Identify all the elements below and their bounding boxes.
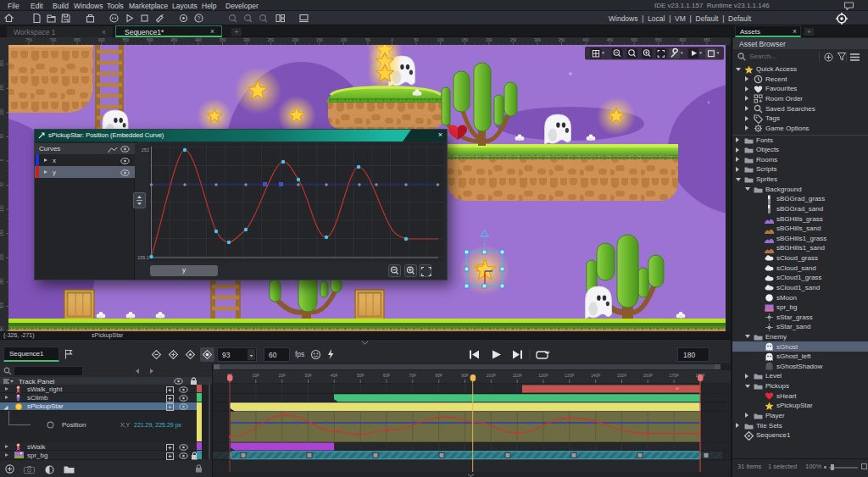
svg-text:600: 600 bbox=[680, 38, 687, 42]
svg-text:350: 350 bbox=[559, 38, 565, 42]
svg-text:250: 250 bbox=[510, 38, 517, 42]
svg-text:70F: 70F bbox=[409, 373, 416, 378]
svg-text:150: 150 bbox=[461, 38, 468, 42]
svg-text:750: 750 bbox=[25, 38, 32, 42]
svg-text:450: 450 bbox=[607, 38, 614, 42]
svg-text:350: 350 bbox=[220, 38, 226, 42]
svg-text:250: 250 bbox=[0, 278, 4, 285]
svg-text:200: 200 bbox=[0, 59, 4, 66]
svg-text:50: 50 bbox=[0, 182, 4, 187]
svg-text:60F: 60F bbox=[383, 373, 391, 378]
svg-text:100: 100 bbox=[437, 38, 444, 42]
svg-text:100F: 100F bbox=[487, 373, 496, 378]
svg-text:100: 100 bbox=[0, 108, 4, 115]
svg-text:700: 700 bbox=[50, 38, 57, 42]
svg-text:252: 252 bbox=[142, 147, 149, 153]
svg-text:130F: 130F bbox=[565, 373, 574, 378]
svg-text:250: 250 bbox=[268, 38, 275, 42]
svg-text:?: ? bbox=[198, 15, 201, 21]
svg-text:150F: 150F bbox=[617, 373, 626, 378]
svg-text:120F: 120F bbox=[538, 373, 548, 378]
svg-text:20F: 20F bbox=[278, 373, 286, 378]
svg-text:600: 600 bbox=[98, 38, 105, 42]
svg-text:200: 200 bbox=[0, 253, 4, 260]
svg-text:650: 650 bbox=[704, 38, 710, 42]
svg-text:200: 200 bbox=[486, 38, 492, 42]
svg-text:500: 500 bbox=[147, 38, 153, 42]
svg-text:150: 150 bbox=[316, 38, 323, 42]
svg-text:100: 100 bbox=[341, 38, 348, 42]
svg-text:170F: 170F bbox=[669, 373, 678, 378]
svg-text:160F: 160F bbox=[643, 373, 653, 378]
svg-text:30F: 30F bbox=[304, 373, 312, 378]
svg-text:140F: 140F bbox=[591, 373, 600, 378]
svg-text:550: 550 bbox=[655, 38, 662, 42]
svg-text:300: 300 bbox=[534, 38, 541, 42]
svg-text:450: 450 bbox=[171, 38, 178, 42]
svg-text:150: 150 bbox=[0, 229, 4, 236]
svg-text:550: 550 bbox=[122, 38, 129, 42]
svg-text:200: 200 bbox=[292, 38, 298, 42]
svg-text:50: 50 bbox=[0, 133, 4, 138]
svg-text:50: 50 bbox=[365, 38, 370, 42]
svg-text:50: 50 bbox=[415, 38, 420, 42]
svg-text:50F: 50F bbox=[357, 373, 364, 378]
svg-text:110F: 110F bbox=[513, 373, 522, 378]
svg-text:650: 650 bbox=[74, 38, 81, 42]
svg-text:80F: 80F bbox=[435, 373, 442, 378]
svg-text:10F: 10F bbox=[252, 373, 259, 378]
svg-text:400: 400 bbox=[582, 38, 589, 42]
svg-text:40F: 40F bbox=[331, 373, 338, 378]
svg-text:500: 500 bbox=[631, 38, 637, 42]
svg-text:100: 100 bbox=[0, 205, 4, 212]
svg-text:300: 300 bbox=[0, 302, 4, 308]
svg-text:90F: 90F bbox=[461, 373, 469, 378]
svg-text:155.1: 155.1 bbox=[137, 255, 149, 260]
svg-text:300: 300 bbox=[243, 38, 250, 42]
svg-text:400: 400 bbox=[195, 38, 202, 42]
svg-text:150: 150 bbox=[0, 84, 4, 91]
